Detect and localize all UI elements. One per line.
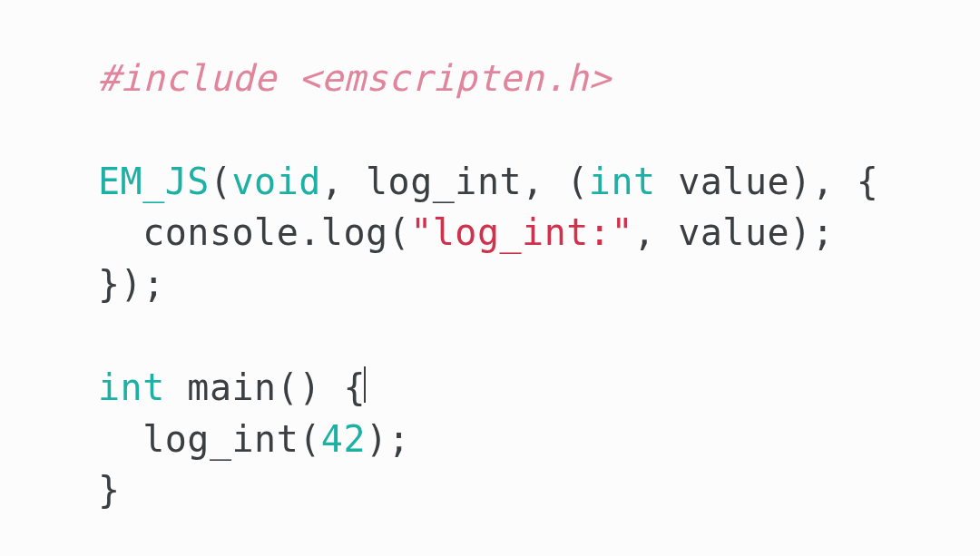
code-text: value), { [656, 161, 879, 202]
number-literal: 42 [321, 418, 366, 460]
text-cursor [364, 366, 366, 403]
code-text: , log_int, ( [321, 161, 589, 202]
code-text: }); [98, 263, 165, 305]
code-text: console.log( [98, 211, 410, 253]
code-text: ( [210, 161, 232, 202]
code-text: , value); [633, 211, 834, 253]
type-int: int [589, 161, 656, 202]
code-text: main() { [165, 366, 366, 408]
type-int: int [98, 366, 165, 408]
type-void: void [232, 161, 321, 202]
preprocessor-include: #include <emscripten.h> [98, 57, 611, 99]
code-text: } [98, 469, 121, 511]
code-text: log_int( [98, 418, 321, 460]
macro-name: EM_JS [98, 161, 210, 202]
code-snippet: #include <emscripten.h> EM_JS(void, log_… [98, 53, 980, 516]
string-literal: "log_int:" [410, 211, 633, 253]
code-text: ); [366, 418, 410, 460]
